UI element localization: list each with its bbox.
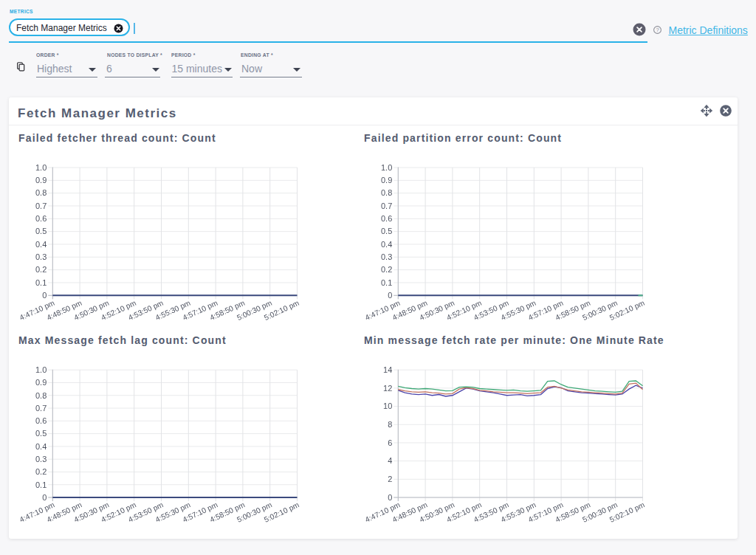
svg-text:0: 0 bbox=[42, 291, 47, 300]
svg-text:0.2: 0.2 bbox=[35, 265, 47, 274]
svg-text:0.1: 0.1 bbox=[35, 278, 47, 287]
svg-text:0.2: 0.2 bbox=[35, 467, 47, 476]
svg-text:12: 12 bbox=[383, 384, 392, 393]
svg-text:1.0: 1.0 bbox=[35, 163, 47, 172]
svg-text:0.4: 0.4 bbox=[35, 240, 47, 249]
svg-text:0.3: 0.3 bbox=[381, 252, 392, 261]
svg-text:0.1: 0.1 bbox=[35, 480, 47, 489]
svg-text:10: 10 bbox=[383, 401, 392, 410]
svg-text:0.7: 0.7 bbox=[35, 404, 47, 413]
svg-text:1.0: 1.0 bbox=[35, 365, 47, 374]
svg-text:0.6: 0.6 bbox=[35, 214, 47, 223]
svg-text:0: 0 bbox=[388, 493, 392, 502]
svg-text:1.0: 1.0 bbox=[381, 163, 392, 172]
svg-text:0.9: 0.9 bbox=[35, 378, 47, 387]
svg-text:0.2: 0.2 bbox=[381, 265, 392, 274]
svg-text:0.5: 0.5 bbox=[35, 227, 47, 235]
svg-text:0: 0 bbox=[388, 291, 392, 300]
svg-text:0.4: 0.4 bbox=[381, 240, 392, 249]
svg-text:0.3: 0.3 bbox=[35, 252, 47, 261]
svg-text:0.9: 0.9 bbox=[35, 176, 47, 185]
svg-text:0.9: 0.9 bbox=[381, 176, 392, 185]
svg-text:0: 0 bbox=[42, 493, 47, 502]
svg-text:8: 8 bbox=[388, 420, 392, 429]
svg-text:2: 2 bbox=[388, 475, 392, 483]
svg-text:0.8: 0.8 bbox=[35, 188, 47, 197]
svg-text:6: 6 bbox=[388, 438, 392, 447]
svg-text:0.7: 0.7 bbox=[381, 201, 392, 210]
svg-text:4: 4 bbox=[388, 456, 392, 465]
svg-text:14: 14 bbox=[383, 365, 392, 374]
svg-text:0.8: 0.8 bbox=[35, 391, 47, 400]
svg-text:0.6: 0.6 bbox=[35, 416, 47, 425]
svg-text:0.5: 0.5 bbox=[35, 429, 47, 438]
svg-text:0.1: 0.1 bbox=[381, 278, 392, 287]
svg-text:0.7: 0.7 bbox=[35, 201, 47, 210]
svg-text:0.6: 0.6 bbox=[381, 214, 392, 223]
svg-text:0.5: 0.5 bbox=[381, 227, 392, 235]
svg-text:0.4: 0.4 bbox=[35, 442, 47, 451]
svg-text:0.8: 0.8 bbox=[381, 188, 392, 197]
svg-text:0.3: 0.3 bbox=[35, 455, 47, 463]
